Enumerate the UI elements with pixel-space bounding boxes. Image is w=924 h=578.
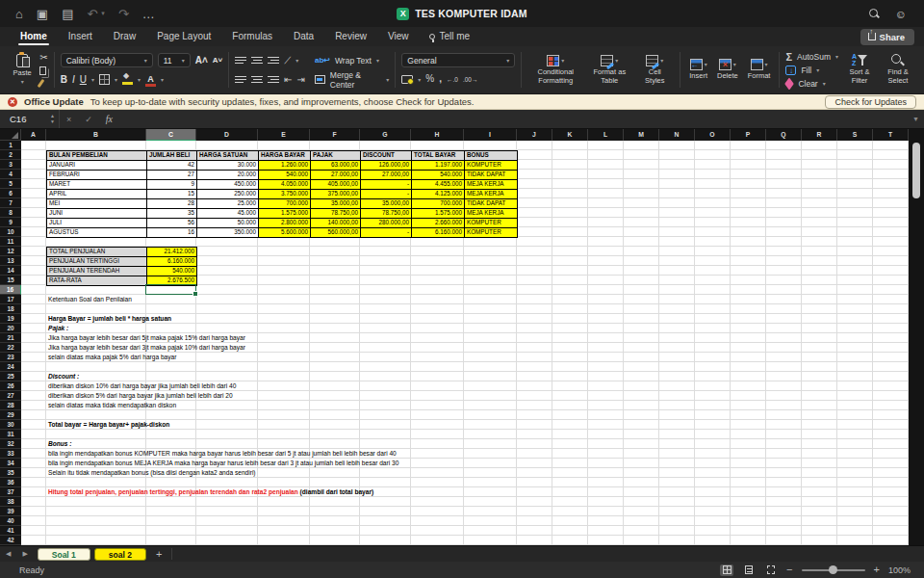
table-cell[interactable]: 16: [147, 228, 197, 238]
table-cell[interactable]: JANUARI: [47, 161, 147, 171]
note-row-25[interactable]: Discount :: [48, 372, 79, 381]
column-header-C[interactable]: C: [146, 129, 196, 141]
underline-button[interactable]: U: [80, 74, 87, 85]
column-header-O[interactable]: O: [695, 129, 731, 141]
table-cell[interactable]: -: [361, 180, 412, 190]
ribbon-tab-page-layout[interactable]: Page Layout: [146, 28, 221, 46]
table-cell[interactable]: -: [361, 190, 412, 199]
percent-style-icon[interactable]: %: [425, 74, 434, 84]
table-cell[interactable]: 540.000: [412, 171, 465, 180]
italic-button[interactable]: I: [72, 74, 75, 85]
row-header-24[interactable]: 24: [0, 362, 21, 372]
accounting-caret-icon[interactable]: ▾: [418, 76, 421, 83]
row-header-40[interactable]: 40: [0, 516, 21, 526]
note-row-21[interactable]: Jika harga bayar lebih besar dari 5jt ma…: [48, 333, 245, 343]
table-cell[interactable]: 1.575.000: [412, 209, 465, 219]
ribbon-tab-tell-me[interactable]: Tell me: [419, 28, 480, 46]
align-left-icon[interactable]: [235, 76, 246, 84]
table-cell[interactable]: 1.197.000: [412, 161, 465, 171]
font-color-caret-icon[interactable]: ▾: [161, 76, 164, 83]
clear-button[interactable]: Clear▾: [785, 78, 838, 90]
row-header-10[interactable]: 10: [0, 227, 21, 237]
row-header-39[interactable]: 39: [0, 507, 21, 516]
table-cell[interactable]: APRIL: [47, 190, 147, 199]
row-header-28[interactable]: 28: [0, 401, 21, 410]
table-cell[interactable]: 27: [147, 171, 197, 180]
row-header-31[interactable]: 31: [0, 430, 21, 439]
row-header-15[interactable]: 15: [0, 276, 21, 285]
row-header-21[interactable]: 21: [0, 333, 21, 343]
table-header-cell[interactable]: BULAN PEMBELIAN: [47, 151, 147, 161]
column-header-N[interactable]: N: [659, 129, 695, 141]
table-cell[interactable]: 5.600.000: [259, 228, 311, 238]
insert-cells-button[interactable]: ▾ Insert: [686, 58, 710, 82]
row-header-11[interactable]: 11: [0, 237, 21, 247]
zoom-out-button[interactable]: −: [786, 565, 792, 575]
next-sheet-icon[interactable]: ▶: [16, 550, 33, 558]
row-header-1[interactable]: 1: [0, 141, 21, 150]
note-row-20[interactable]: Pajak :: [48, 324, 68, 333]
table-cell[interactable]: KOMPUTER: [465, 219, 518, 228]
table-cell[interactable]: 1.260.000: [259, 161, 311, 171]
table-cell[interactable]: AGUSTUS: [47, 228, 147, 238]
insert-function-icon[interactable]: fx: [99, 114, 119, 124]
table-cell[interactable]: 4.125.000: [412, 190, 465, 199]
note-row-33[interactable]: bila ingin mendapatkan bonus KOMPUTER ma…: [48, 449, 397, 459]
summary-value[interactable]: 540.000: [147, 267, 197, 276]
name-box[interactable]: C16 ▲▼: [0, 110, 60, 128]
table-cell[interactable]: 27.000,00: [311, 171, 361, 180]
row-header-2[interactable]: 2: [0, 150, 21, 160]
row-header-14[interactable]: 14: [0, 266, 21, 276]
row-header-22[interactable]: 22: [0, 343, 21, 353]
table-cell[interactable]: 63.000,00: [311, 161, 361, 171]
find-select-button[interactable]: Find & Select: [881, 53, 915, 86]
select-all-corner[interactable]: [0, 129, 21, 141]
undo-icon[interactable]: ↶: [87, 8, 97, 20]
wrap-text-button[interactable]: ab↩ Wrap Text▾: [315, 53, 389, 68]
column-header-F[interactable]: F: [310, 129, 360, 141]
column-header-P[interactable]: P: [731, 129, 766, 141]
orientation-caret-icon[interactable]: ▾: [295, 57, 298, 64]
note-row-34[interactable]: bila ingin mendapatkan bonus MEJA KERJA …: [48, 459, 398, 468]
table-cell[interactable]: KOMPUTER: [465, 161, 518, 171]
decrease-indent-icon[interactable]: ⇤: [284, 75, 292, 85]
cell-styles-button[interactable]: ▾ Cell Styles: [635, 54, 674, 86]
cancel-icon[interactable]: ×: [60, 115, 78, 124]
decrease-font-icon[interactable]: A˅: [213, 56, 222, 65]
table-header-cell[interactable]: TOTAL BAYAR: [412, 151, 465, 161]
table-header-cell[interactable]: PAJAK: [311, 151, 361, 161]
row-header-29[interactable]: 29: [0, 410, 21, 420]
table-cell[interactable]: 280.000,00: [361, 219, 412, 228]
table-cell[interactable]: 9: [147, 180, 197, 190]
table-cell[interactable]: 20.000: [197, 171, 259, 180]
home-icon[interactable]: ⌂: [15, 8, 23, 20]
row-header-23[interactable]: 23: [0, 353, 21, 362]
note-row-19[interactable]: Harga Bayar = jumlah beli * harga satuan: [48, 314, 171, 324]
font-name-select[interactable]: Calibri (Body)▾: [61, 53, 153, 67]
comma-style-icon[interactable]: ,: [439, 74, 442, 84]
table-cell[interactable]: TIDAK DAPAT: [465, 199, 518, 209]
table-cell[interactable]: 1.575.000: [259, 209, 311, 219]
search-icon[interactable]: [869, 9, 880, 19]
table-cell[interactable]: 350.000: [197, 228, 259, 238]
column-header-E[interactable]: E: [258, 129, 310, 141]
table-cell[interactable]: 6.160.000: [412, 228, 465, 238]
fill-color-icon[interactable]: [122, 74, 133, 85]
summary-value[interactable]: 21.412.000: [147, 248, 197, 257]
ribbon-tab-view[interactable]: View: [377, 28, 420, 46]
zoom-in-button[interactable]: +: [874, 565, 880, 575]
borders-caret-icon[interactable]: ▾: [115, 76, 117, 83]
column-header-R[interactable]: R: [802, 129, 837, 141]
row-header-38[interactable]: 38: [0, 497, 21, 507]
format-painter-icon[interactable]: [38, 78, 45, 87]
more-commands-icon[interactable]: …: [142, 8, 155, 20]
row-header-42[interactable]: 42: [0, 536, 21, 545]
account-menu[interactable]: ☺▾: [895, 5, 907, 22]
table-cell[interactable]: 15: [147, 190, 197, 199]
fill-button[interactable]: ↓ Fill▾: [785, 65, 838, 76]
table-cell[interactable]: 78.750,00: [311, 209, 361, 219]
table-cell[interactable]: 3.750.000: [259, 190, 311, 199]
note-row-22[interactable]: Jika harga bayar lebih besar dari 3jt ma…: [48, 343, 245, 353]
table-cell[interactable]: JUNI: [47, 209, 147, 219]
column-header-G[interactable]: G: [360, 129, 411, 141]
